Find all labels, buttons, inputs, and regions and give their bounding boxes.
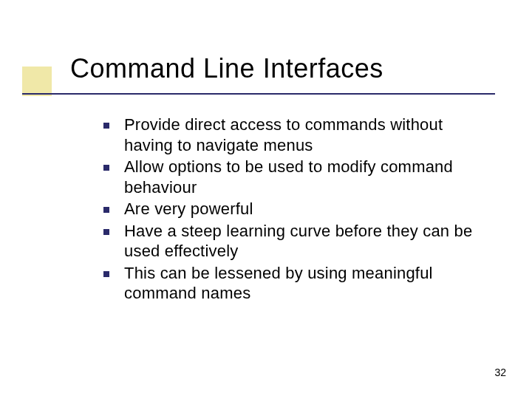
title-underline	[22, 93, 495, 95]
page-number: 32	[494, 366, 506, 378]
list-item: Allow options to be used to modify comma…	[103, 157, 495, 197]
bullet-icon	[103, 229, 109, 235]
list-item: Are very powerful	[103, 199, 495, 219]
bullet-text: This can be lessened by using meaningful…	[124, 263, 495, 304]
bullet-list: Provide direct access to commands withou…	[103, 115, 495, 305]
bullet-text: Have a steep learning curve before they …	[124, 221, 495, 262]
list-item: Have a steep learning curve before they …	[103, 221, 495, 262]
bullet-text: Provide direct access to commands withou…	[124, 115, 495, 155]
bullet-icon	[103, 207, 109, 213]
bullet-icon	[103, 165, 109, 171]
bullet-text: Allow options to be used to modify comma…	[124, 157, 495, 197]
slide-title: Command Line Interfaces	[70, 53, 383, 84]
bullet-icon	[103, 123, 109, 129]
title-accent-box	[22, 66, 52, 96]
list-item: Provide direct access to commands withou…	[103, 115, 495, 155]
list-item: This can be lessened by using meaningful…	[103, 263, 495, 304]
bullet-text: Are very powerful	[124, 199, 253, 219]
bullet-icon	[103, 271, 109, 277]
